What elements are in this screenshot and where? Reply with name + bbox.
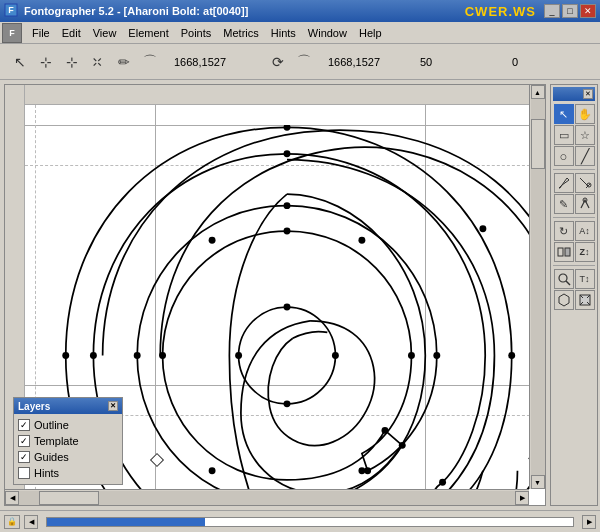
layer-hints[interactable]: Hints: [18, 465, 118, 481]
status-scroll-left[interactable]: ◀: [24, 515, 38, 529]
tool-zoom-button[interactable]: [554, 269, 574, 289]
toolbar-smooth-icon[interactable]: ⌒: [138, 50, 162, 74]
watermark: CWER.WS: [465, 4, 536, 19]
coord-value-2: 0: [512, 56, 592, 68]
layers-close-button[interactable]: ✕: [108, 401, 118, 411]
tool-hand-button[interactable]: ✋: [575, 104, 595, 124]
layer-template-checkbox[interactable]: ✓: [18, 435, 30, 447]
toolbar-pen-icon[interactable]: ✏: [112, 50, 136, 74]
menu-metrics[interactable]: Metrics: [217, 25, 264, 41]
menu-help[interactable]: Help: [353, 25, 388, 41]
svg-point-4: [90, 352, 97, 359]
tool-anchor-button[interactable]: [575, 290, 595, 310]
rt-row-3: ○ ╱: [553, 146, 595, 166]
menu-hints[interactable]: Hints: [265, 25, 302, 41]
toolbar-node-icon[interactable]: ⊹: [34, 50, 58, 74]
layers-body: ✓ Outline ✓ Template ✓ Guides Hints: [14, 414, 122, 484]
layer-outline[interactable]: ✓ Outline: [18, 417, 118, 433]
svg-point-8: [479, 225, 486, 232]
toolbar-tools: ↖ ⊹ ⊹ ⊹ ✏ ⌒: [8, 50, 162, 74]
scroll-thumb-v[interactable]: [531, 119, 545, 169]
svg-line-40: [566, 281, 570, 285]
menu-window[interactable]: Window: [302, 25, 353, 41]
menu-file[interactable]: File: [26, 25, 56, 41]
menu-edit[interactable]: Edit: [56, 25, 87, 41]
layer-outline-checkbox[interactable]: ✓: [18, 419, 30, 431]
scroll-left-button[interactable]: ◀: [5, 491, 19, 505]
toolbar-tangent-icon[interactable]: ⌒: [292, 50, 316, 74]
svg-point-16: [408, 352, 415, 359]
window-controls: _ □ ✕: [544, 4, 596, 18]
svg-point-9: [284, 125, 291, 131]
app-icon: F: [4, 3, 20, 19]
scroll-thumb-h[interactable]: [39, 491, 99, 505]
close-button[interactable]: ✕: [580, 4, 596, 18]
tool-measure-button[interactable]: T↕: [575, 269, 595, 289]
right-toolbar-close[interactable]: ✕: [583, 89, 593, 99]
svg-point-20: [284, 400, 291, 407]
minimize-button[interactable]: _: [544, 4, 560, 18]
layer-hints-checkbox[interactable]: [18, 467, 30, 479]
coord-display-2: 1668,1527: [328, 56, 408, 68]
tool-mirror-button[interactable]: [554, 242, 574, 262]
svg-text:F: F: [8, 5, 14, 15]
layers-panel-header: Layers ✕: [14, 398, 122, 414]
status-scroll-right[interactable]: ▶: [582, 515, 596, 529]
tool-pen-button[interactable]: [554, 173, 574, 193]
toolbar-corner-icon[interactable]: ⊹: [81, 45, 115, 79]
tool-rectangle-button[interactable]: ▭: [554, 125, 574, 145]
scroll-right-button[interactable]: ▶: [515, 491, 529, 505]
rt-row-2: ▭ ☆: [553, 125, 595, 145]
ruler-horizontal: [5, 85, 529, 105]
rt-row-7: Z↕: [553, 242, 595, 262]
scroll-down-button[interactable]: ▼: [531, 475, 545, 489]
tool-corner-button[interactable]: [575, 194, 595, 214]
rt-divider-2: [553, 217, 595, 218]
scroll-up-button[interactable]: ▲: [531, 85, 545, 99]
toolbar: ↖ ⊹ ⊹ ⊹ ✏ ⌒ 1668,1527 ⟳ ⌒ 1668,1527 50 0: [0, 44, 600, 80]
tool-knife-button[interactable]: [575, 173, 595, 193]
tool-scale-button[interactable]: A↕: [575, 221, 595, 241]
layer-template[interactable]: ✓ Template: [18, 433, 118, 449]
lock-button[interactable]: 🔒: [4, 515, 20, 529]
svg-point-2: [239, 307, 336, 404]
tool-pointer-button[interactable]: ↖: [554, 104, 574, 124]
svg-point-24: [358, 237, 365, 244]
scroll-track-v[interactable]: [531, 99, 545, 475]
svg-point-39: [559, 274, 567, 282]
rt-row-8: T↕: [553, 269, 595, 289]
tool-skew-button[interactable]: Z↕: [575, 242, 595, 262]
layer-template-label: Template: [34, 435, 79, 447]
svg-point-26: [209, 467, 216, 474]
right-toolbar-header: ✕: [553, 87, 595, 101]
menu-view[interactable]: View: [87, 25, 123, 41]
rt-row-6: ↻ A↕: [553, 221, 595, 241]
svg-point-18: [284, 228, 291, 235]
layers-panel: Layers ✕ ✓ Outline ✓ Template ✓ Guides: [13, 397, 123, 485]
rt-row-9: [553, 290, 595, 310]
tool-transform-button[interactable]: [554, 290, 574, 310]
maximize-button[interactable]: □: [562, 4, 578, 18]
svg-point-19: [332, 352, 339, 359]
layer-guides[interactable]: ✓ Guides: [18, 449, 118, 465]
toolbar-handle-icon[interactable]: ⟳: [266, 50, 290, 74]
tool-star-button[interactable]: ☆: [575, 125, 595, 145]
app-menu-icon[interactable]: F: [2, 23, 22, 43]
tool-line-button[interactable]: ╱: [575, 146, 595, 166]
canvas-container[interactable]: ◀ ▶ ▲ ▼ Layers ✕ ✓ Outline: [4, 84, 546, 506]
menu-element[interactable]: Element: [122, 25, 174, 41]
tool-ellipse-button[interactable]: ○: [554, 146, 574, 166]
toolbar-pointer-icon[interactable]: ↖: [8, 50, 32, 74]
tool-pencil-button[interactable]: ✎: [554, 194, 574, 214]
layer-guides-checkbox[interactable]: ✓: [18, 451, 30, 463]
layer-outline-label: Outline: [34, 419, 69, 431]
rt-row-4: [553, 173, 595, 193]
rt-divider-3: [553, 265, 595, 266]
scrollbar-vertical[interactable]: ▲ ▼: [529, 85, 545, 489]
layer-hints-label: Hints: [34, 467, 59, 479]
menu-points[interactable]: Points: [175, 25, 218, 41]
layer-guides-label: Guides: [34, 451, 69, 463]
scroll-track-h[interactable]: [19, 491, 515, 505]
tool-rotate-button[interactable]: ↻: [554, 221, 574, 241]
scrollbar-horizontal[interactable]: ◀ ▶: [5, 489, 529, 505]
